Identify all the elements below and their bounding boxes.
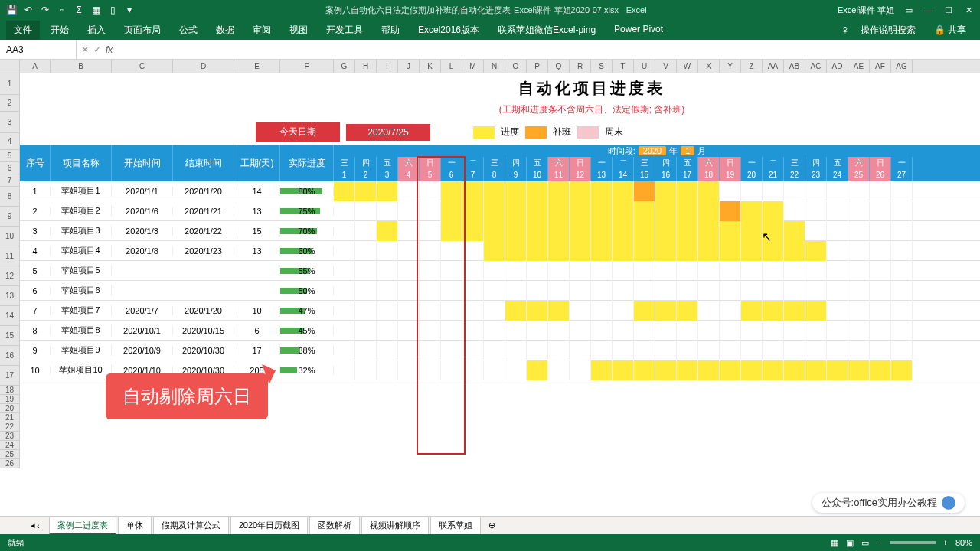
- ribbon-tab[interactable]: Excel2016版本: [410, 21, 487, 40]
- col-header[interactable]: J: [398, 60, 420, 73]
- col-header[interactable]: D: [173, 60, 234, 73]
- ribbon-tab[interactable]: 公式: [172, 21, 205, 40]
- ribbon-tab[interactable]: 插入: [80, 21, 113, 40]
- col-header[interactable]: AG: [891, 60, 913, 73]
- row-header[interactable]: 12: [0, 266, 20, 286]
- ribbon-tab[interactable]: 文件: [6, 21, 40, 40]
- row-header[interactable]: 22: [0, 422, 20, 432]
- chart-icon[interactable]: ▯: [107, 5, 118, 15]
- row-header[interactable]: 9: [0, 207, 20, 227]
- col-header[interactable]: T: [612, 60, 634, 73]
- col-header[interactable]: O: [505, 60, 527, 73]
- sheet-tab[interactable]: 视频讲解顺序: [361, 517, 429, 535]
- year-value[interactable]: 2020: [639, 146, 666, 155]
- table-row[interactable]: 5 苹姐项目5 55%: [20, 261, 980, 281]
- col-header[interactable]: E: [234, 60, 280, 73]
- col-header[interactable]: AE: [848, 60, 870, 73]
- row-header[interactable]: 23: [0, 432, 20, 441]
- ribbon-tab[interactable]: 数据: [208, 21, 242, 40]
- row-header[interactable]: 25: [0, 450, 20, 459]
- sheet-tab[interactable]: 2020年日历截图: [230, 517, 308, 535]
- col-header[interactable]: W: [677, 60, 698, 73]
- ribbon-tab[interactable]: 开始: [43, 21, 77, 40]
- col-header[interactable]: N: [484, 60, 505, 73]
- col-header[interactable]: Z: [741, 60, 763, 73]
- sheet-tab[interactable]: 案例二进度表: [49, 517, 116, 535]
- table-row[interactable]: 9 苹姐项目9 2020/10/9 2020/10/30 17 38%: [20, 341, 980, 360]
- tab-nav-first-icon[interactable]: ◂: [31, 520, 35, 530]
- ribbon-tab[interactable]: 审阅: [245, 21, 279, 40]
- row-header[interactable]: 18: [0, 386, 20, 395]
- tab-nav-prev-icon[interactable]: ‹: [37, 521, 40, 530]
- col-header[interactable]: AB: [784, 60, 805, 73]
- save-icon[interactable]: 💾: [6, 5, 17, 15]
- zoom-slider[interactable]: [890, 541, 936, 544]
- redo-icon[interactable]: ↷: [40, 5, 51, 15]
- col-header[interactable]: K: [420, 60, 441, 73]
- share-button[interactable]: 🔒 共享: [926, 21, 974, 40]
- col-header[interactable]: H: [355, 60, 377, 73]
- col-header[interactable]: P: [527, 60, 548, 73]
- select-all-corner[interactable]: [0, 60, 20, 73]
- row-header[interactable]: 1: [0, 73, 20, 95]
- worksheet-grid[interactable]: 1234567891011121314151617181920212223242…: [0, 73, 980, 502]
- col-header[interactable]: R: [570, 60, 591, 73]
- user-name[interactable]: Excel课件 苹姐: [838, 5, 894, 16]
- enter-icon[interactable]: ✓: [93, 44, 101, 55]
- row-header[interactable]: 19: [0, 395, 20, 404]
- row-header[interactable]: 4: [0, 133, 20, 150]
- col-header[interactable]: AA: [763, 60, 784, 73]
- month-value[interactable]: 1: [681, 146, 694, 155]
- ribbon-options-icon[interactable]: ▭: [903, 5, 914, 15]
- table-row[interactable]: 3 苹姐项目3 2020/1/3 2020/1/22 15 70%: [20, 221, 980, 241]
- row-header[interactable]: 11: [0, 246, 20, 266]
- zoom-out-icon[interactable]: −: [877, 538, 881, 547]
- col-header[interactable]: U: [634, 60, 655, 73]
- row-header[interactable]: 16: [0, 346, 20, 366]
- ribbon-tab[interactable]: Power Pivot: [606, 21, 671, 40]
- row-header[interactable]: 6: [0, 162, 20, 174]
- col-header[interactable]: I: [377, 60, 398, 73]
- table-row[interactable]: 2 苹姐项目2 2020/1/6 2020/1/21 13 75%: [20, 201, 980, 221]
- row-header[interactable]: 3: [0, 112, 20, 133]
- minimize-icon[interactable]: —: [923, 5, 934, 15]
- search-icon[interactable]: ♀: [841, 23, 850, 37]
- ribbon-tab[interactable]: 开发工具: [318, 21, 371, 40]
- table-icon[interactable]: ▦: [90, 5, 101, 15]
- cancel-icon[interactable]: ✕: [81, 44, 89, 55]
- table-row[interactable]: 1 苹姐项目1 2020/1/1 2020/1/20 14 80%: [20, 181, 980, 201]
- table-row[interactable]: 7 苹姐项目7 2020/1/7 2020/1/20 10 47%: [20, 301, 980, 321]
- name-box[interactable]: AA3: [0, 40, 77, 59]
- row-header[interactable]: 20: [0, 404, 20, 413]
- row-header[interactable]: 13: [0, 286, 20, 306]
- tell-me[interactable]: 操作说明搜索: [853, 21, 923, 40]
- sheet-tab[interactable]: 单休: [118, 517, 152, 535]
- col-header[interactable]: F: [280, 60, 334, 73]
- col-header[interactable]: AF: [870, 60, 891, 73]
- new-sheet-icon[interactable]: ⊕: [488, 520, 495, 530]
- col-header[interactable]: M: [462, 60, 484, 73]
- ribbon-tab[interactable]: 页面布局: [116, 21, 168, 40]
- row-header[interactable]: 14: [0, 306, 20, 326]
- view-break-icon[interactable]: ▭: [861, 538, 869, 548]
- sheet-tab[interactable]: 假期及计算公式: [153, 517, 229, 535]
- maximize-icon[interactable]: ☐: [943, 5, 954, 15]
- zoom-in-icon[interactable]: +: [943, 538, 948, 547]
- row-header[interactable]: 8: [0, 187, 20, 207]
- row-header[interactable]: 24: [0, 441, 20, 450]
- col-header[interactable]: Y: [720, 60, 741, 73]
- sum-icon[interactable]: Σ: [74, 5, 84, 15]
- fx-icon[interactable]: fx: [106, 44, 113, 55]
- col-header[interactable]: C: [112, 60, 173, 73]
- undo-icon[interactable]: ↶: [23, 5, 34, 15]
- row-header[interactable]: 10: [0, 227, 20, 246]
- row-header[interactable]: 15: [0, 326, 20, 346]
- sheet-tab[interactable]: 联系苹姐: [430, 517, 481, 535]
- col-header[interactable]: AC: [805, 60, 827, 73]
- row-header[interactable]: 5: [0, 150, 20, 162]
- col-header[interactable]: G: [334, 60, 355, 73]
- view-normal-icon[interactable]: ▦: [831, 538, 838, 548]
- close-icon[interactable]: ✕: [963, 5, 974, 15]
- row-header[interactable]: 26: [0, 459, 20, 468]
- row-header[interactable]: 2: [0, 95, 20, 112]
